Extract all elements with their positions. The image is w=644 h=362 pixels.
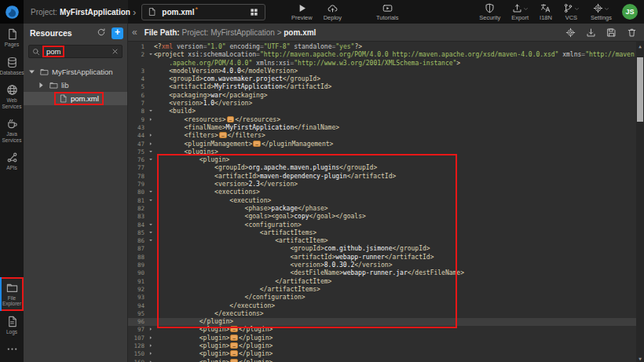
folded-region-badge[interactable]: … xyxy=(230,326,238,332)
collapse-panel-icon[interactable]: « xyxy=(132,28,137,36)
file-settings-button[interactable] xyxy=(565,27,576,38)
scrollbar-thumb[interactable] xyxy=(637,57,643,122)
vcs-label: VCS xyxy=(565,14,577,21)
add-resource-button[interactable]: + xyxy=(112,27,123,39)
sidebar-item-logs[interactable]: Logs xyxy=(0,311,24,339)
sidebar-item-pages[interactable]: Pages xyxy=(0,24,24,52)
scroll-up-icon[interactable]: ▲ xyxy=(636,42,644,49)
fold-open-icon[interactable] xyxy=(147,197,154,205)
globe-icon xyxy=(6,84,18,96)
file-icon xyxy=(59,94,68,103)
sidebar-item-web-services[interactable]: WebServices xyxy=(0,79,24,113)
user-avatar[interactable]: JS xyxy=(622,4,638,20)
video-icon xyxy=(382,3,393,13)
code-editor[interactable]: 1<?xml version="1.0" encoding="UTF-8" st… xyxy=(128,42,644,362)
app-logo[interactable] xyxy=(0,0,24,24)
sidebar-item-label: Logs xyxy=(6,329,17,335)
fold-closed-icon[interactable] xyxy=(147,141,154,148)
code-text: </plugin> xyxy=(154,318,233,326)
modified-indicator: * xyxy=(195,5,198,13)
settings-button[interactable]: Settings xyxy=(585,0,617,24)
expander-open-icon[interactable] xyxy=(30,68,37,76)
fold-open-icon[interactable] xyxy=(147,156,154,164)
code-text: <pluginManagement>…</pluginManagement> xyxy=(154,141,333,148)
file-icon xyxy=(148,7,156,16)
sidebar-item-label: Databases xyxy=(0,70,24,76)
folded-region-badge[interactable]: … xyxy=(230,350,238,357)
code-text: </artifactItem> xyxy=(154,278,331,286)
folded-region-badge[interactable]: … xyxy=(227,116,235,122)
code-line-169: 169 <plugin>…</plugin> xyxy=(128,359,644,362)
activity-bottom: FileExplorerLogs xyxy=(0,277,24,362)
tutorials-button[interactable]: Tutorials xyxy=(371,0,404,24)
fold-spacer xyxy=(147,318,154,326)
preview-button[interactable]: Preview xyxy=(286,0,318,24)
editor-scrollbar[interactable]: ▲ ▼ xyxy=(636,42,644,362)
fold-spacer xyxy=(147,213,154,221)
code-text: <plugin>…</plugin> xyxy=(154,335,273,342)
sidebar-item-file-explorer[interactable]: FileExplorer xyxy=(0,277,24,311)
fold-closed-icon[interactable] xyxy=(147,342,154,350)
sidebar-item-java-services[interactable]: JavaServices xyxy=(0,113,24,147)
code-text: <version>1.0</version> xyxy=(154,100,252,108)
folded-region-badge[interactable]: … xyxy=(230,335,238,341)
vcs-button[interactable]: VCS xyxy=(558,0,585,24)
sidebar-item-databases[interactable]: Databases xyxy=(0,52,24,80)
scroll-down-icon[interactable]: ▼ xyxy=(636,354,644,362)
fold-open-icon[interactable] xyxy=(147,221,154,229)
folded-region-badge[interactable]: … xyxy=(253,141,261,147)
sidebar-item-label: WebServices xyxy=(2,97,22,109)
fold-closed-icon[interactable] xyxy=(147,350,154,358)
resource-search-input[interactable]: pom xyxy=(28,45,123,58)
code-line-8: 8 <build> xyxy=(128,108,644,115)
folded-region-badge[interactable]: … xyxy=(219,132,227,138)
export-button[interactable]: Export xyxy=(506,0,534,24)
editor-lines: 1<?xml version="1.0" encoding="UTF-8" st… xyxy=(128,42,644,362)
i18n-button[interactable]: I18N xyxy=(534,0,558,24)
code-text: <groupId>com.github.jsimone</groupId> xyxy=(154,245,430,253)
line-number: 128 xyxy=(128,342,147,350)
caret-right-icon xyxy=(148,335,153,342)
project-breadcrumb[interactable]: Project: MyFirstApplication xyxy=(24,0,128,24)
line-number: 6 xyxy=(128,92,147,100)
code-line-95: 95 </executions> xyxy=(128,310,644,318)
fold-closed-icon[interactable] xyxy=(147,132,154,140)
fold-open-icon[interactable] xyxy=(147,229,154,237)
download-file-button[interactable] xyxy=(586,27,596,38)
delete-file-button[interactable] xyxy=(627,27,637,38)
expander-closed-icon[interactable] xyxy=(39,81,46,90)
tab-list-button[interactable] xyxy=(243,5,265,20)
activity-top: PagesDatabasesWebServicesJavaServicesAPI… xyxy=(0,24,24,175)
sidebar-item-apis[interactable]: APIs xyxy=(0,147,24,175)
fold-open-icon[interactable] xyxy=(147,237,154,245)
fold-closed-icon[interactable] xyxy=(147,359,154,362)
tree-item-project-root[interactable]: MyFirstApplication xyxy=(24,65,127,79)
fold-closed-icon[interactable] xyxy=(147,335,154,342)
tree-item-pom-xml[interactable]: pom.xml xyxy=(24,92,127,105)
code-text: </executions> xyxy=(154,310,264,318)
refresh-icon xyxy=(97,26,106,40)
clear-search-icon[interactable] xyxy=(112,48,119,55)
tree-item-label: pom.xml xyxy=(71,94,99,103)
grid-icon xyxy=(250,8,258,16)
fold-closed-icon[interactable] xyxy=(147,116,154,124)
code-text: <goals><goal>copy</goal></goals> xyxy=(154,213,366,221)
sidebar-item-more[interactable] xyxy=(0,338,24,359)
line-number xyxy=(128,60,147,68)
tab-file-label: pom.xml xyxy=(162,8,194,16)
folded-region-badge[interactable]: … xyxy=(230,359,238,362)
refresh-icon[interactable] xyxy=(97,26,106,40)
tab-pom-xml[interactable]: pom.xml * xyxy=(141,4,265,20)
deploy-button[interactable]: Deploy xyxy=(318,0,347,24)
line-number: 80 xyxy=(128,188,147,196)
fold-open-icon[interactable] xyxy=(147,51,154,59)
folded-region-badge[interactable]: … xyxy=(230,342,238,349)
tree-item-lib[interactable]: lib xyxy=(24,79,127,92)
fold-open-icon[interactable] xyxy=(147,108,154,115)
code-line-93: 93 </configuration> xyxy=(128,294,644,302)
fold-open-icon[interactable] xyxy=(147,188,154,196)
security-button[interactable]: Security xyxy=(474,0,506,24)
fold-closed-icon[interactable] xyxy=(147,326,154,334)
save-file-button[interactable] xyxy=(606,27,617,38)
fold-open-icon[interactable] xyxy=(147,148,154,156)
